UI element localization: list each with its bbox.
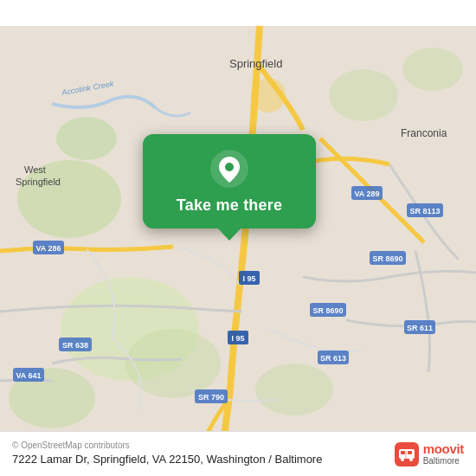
address-text: 7222 Lamar Dr, Springfield, VA 22150, Wa… bbox=[12, 453, 384, 467]
svg-text:I 95: I 95 bbox=[242, 274, 255, 283]
moovit-logo: moovit Baltimore bbox=[395, 442, 464, 466]
svg-text:SR 611: SR 611 bbox=[407, 324, 433, 332]
svg-point-40 bbox=[225, 163, 234, 171]
svg-rect-43 bbox=[401, 451, 405, 454]
svg-text:Springfield: Springfield bbox=[229, 57, 282, 70]
take-me-there-button[interactable]: Take me there bbox=[177, 196, 282, 215]
address-section: © OpenStreetMap contributors 7222 Lamar … bbox=[12, 441, 384, 467]
svg-point-46 bbox=[409, 458, 413, 461]
moovit-icon bbox=[395, 442, 419, 466]
bottom-bar: © OpenStreetMap contributors 7222 Lamar … bbox=[0, 431, 476, 476]
location-popup-card: Take me there bbox=[143, 134, 316, 228]
svg-text:I 95: I 95 bbox=[231, 334, 244, 343]
moovit-brand-name: moovit bbox=[423, 442, 464, 457]
svg-text:SR 8113: SR 8113 bbox=[409, 207, 440, 215]
svg-text:Springfield: Springfield bbox=[16, 177, 61, 187]
map-container: Springfield Franconia West Springfield A… bbox=[0, 0, 476, 476]
svg-text:SR 8690: SR 8690 bbox=[372, 254, 402, 263]
svg-point-7 bbox=[56, 117, 117, 160]
svg-text:SR 8690: SR 8690 bbox=[312, 306, 343, 315]
location-pin-icon bbox=[210, 150, 248, 188]
svg-point-8 bbox=[255, 363, 333, 415]
svg-text:West: West bbox=[24, 164, 46, 175]
svg-point-6 bbox=[402, 48, 463, 91]
svg-rect-47 bbox=[405, 451, 407, 459]
svg-text:SR 613: SR 613 bbox=[320, 354, 346, 363]
svg-text:VA 286: VA 286 bbox=[35, 244, 61, 253]
svg-point-45 bbox=[401, 458, 404, 461]
moovit-subtext: Baltimore bbox=[423, 456, 464, 466]
svg-text:SR 638: SR 638 bbox=[62, 341, 88, 350]
svg-text:SR 790: SR 790 bbox=[198, 393, 224, 402]
svg-text:VA 289: VA 289 bbox=[354, 190, 379, 198]
copyright-text: © OpenStreetMap contributors bbox=[12, 441, 384, 450]
svg-rect-44 bbox=[408, 451, 412, 454]
svg-text:VA 641: VA 641 bbox=[16, 371, 41, 380]
svg-text:Franconia: Franconia bbox=[401, 127, 447, 139]
svg-point-5 bbox=[329, 69, 398, 121]
moovit-text: moovit Baltimore bbox=[423, 442, 464, 466]
